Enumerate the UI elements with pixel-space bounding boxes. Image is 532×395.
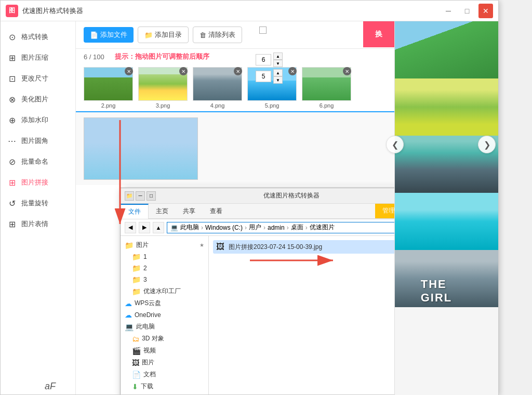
sidebar-item-label-format: 格式转换 [21,32,48,42]
tree-item-doc[interactable]: 📄 文档 [121,368,208,380]
rp-img-1 [395,21,498,78]
tree-item-watermark[interactable]: 📁 优速水印工厂 [121,285,208,297]
sidebar-item-rename[interactable]: ⊘ 批量命名 [1,151,75,172]
file-item-stitch[interactable]: 🖼 图片拼接2023-07-24 15-00-39.jpg [213,240,394,254]
sidebar-item-beautify[interactable]: ⊗ 美化图片 [1,89,75,110]
thumb-item-1: ✕ 2.png [84,67,133,109]
maximize-button[interactable]: □ [460,4,474,18]
sidebar-item-label-watermark: 添加水印 [21,115,48,125]
output-value-input[interactable] [256,54,271,65]
sidebar-item-resize[interactable]: ⊡ 更改尺寸 [1,68,75,89]
settings-checkbox-area [259,27,267,34]
thumb-close-2[interactable]: ✕ [179,67,188,75]
exp-up-button[interactable]: ▲ [153,222,164,233]
tree-item-wps[interactable]: ☁ WPS云盘 [121,297,208,309]
tree-item-2[interactable]: 📁 2 [121,262,208,274]
preview-nav-right[interactable]: ❯ [478,136,496,153]
watermark-icon: ⊕ [7,115,17,125]
right-preview-panel: ❮ ❯ THE GIRL [394,21,498,395]
preview-nav-left[interactable]: ❮ [386,136,404,153]
path-part-6: 优速图片 [310,223,335,232]
exp-folder-icon: 📁 [125,191,134,201]
clear-icon: 🗑 [200,31,206,39]
exp-ribbon: 文件 主页 共享 查看 管理 图片工具 [121,204,394,219]
preview-area [76,112,394,185]
tree-item-img[interactable]: 🖼 图片 [121,357,208,368]
exp-address-path: 💻 此电脑 › Windows (C:) › 用户 › admin › 桌面 ›… [167,222,394,233]
sidebar-item-format[interactable]: ⊙ 格式转换 [1,27,75,47]
sidebar-item-compress[interactable]: ⊞ 图片压缩 [1,47,75,68]
exp-title: 优速图片格式转换器 [159,191,394,200]
spinner2-up[interactable]: ▲ [273,69,283,76]
app-body: ⊙ 格式转换 ⊞ 图片压缩 ⊡ 更改尺寸 ⊗ 美化图片 ⊕ 添加水印 ⋯ 图片圆… [1,21,498,394]
stitch-icon: ⊞ [7,177,17,188]
convert-button[interactable]: 换 [363,21,394,47]
exp-manage-tab[interactable]: 管理 [375,204,394,218]
add-file-button[interactable]: 📄 添加文件 [84,27,134,43]
exp-titlebar: 📁 ─ □ 优速图片格式转换器 ✕ [121,188,394,204]
file-count: 6 / 100 [84,53,104,61]
sidebar-item-label-rename: 批量命名 [21,157,48,166]
exp-forward-button[interactable]: ▶ [139,222,150,233]
thumb-close-5[interactable]: ✕ [343,67,351,75]
exp-ribbon-tabs: 文件 主页 共享 查看 管理 图片工具 [121,204,394,219]
sidebar-item-label-rotate: 批量旋转 [21,199,48,208]
preview-images: THE GIRL [395,21,498,307]
app-icon: 图 [6,5,18,17]
sidebar-item-label-resize: 更改尺寸 [21,74,48,83]
sidebar-item-rotate[interactable]: ↺ 批量旋转 [1,193,75,214]
sidebar-item-emoji[interactable]: ⊞ 图片表情 [1,214,75,234]
sidebar-item-label-emoji: 图片表情 [21,219,48,229]
sidebar-item-label-stitch: 图片拼接 [21,178,48,187]
thumb-name-3: 4.png [210,102,225,109]
exp-min-icon[interactable]: ─ [136,191,145,201]
convert-label: 换 [375,30,382,39]
tree-item-onedrive[interactable]: ☁ OneDrive [121,309,208,321]
thumb-close-1[interactable]: ✕ [125,67,133,75]
main-content: 📄 添加文件 📁 添加目录 🗑 清除列表 输出 6 / 100 提示：拖动图片可… [76,21,394,394]
tree-item-1[interactable]: 📁 1 [121,251,208,262]
exp-max-icon[interactable]: □ [147,191,156,201]
sidebar-item-rounded[interactable]: ⋯ 图片圆角 [1,130,75,151]
preview-placeholder [84,117,198,180]
thumb-item-2: ✕ 3.png [138,67,188,109]
tree-item-this-pc[interactable]: 💻 此电脑 [121,321,208,333]
close-button[interactable]: ✕ [478,4,493,18]
rp-img-2 [395,78,498,136]
exp-tab-home[interactable]: 主页 [149,204,176,218]
sidebar-item-watermark[interactable]: ⊕ 添加水印 [1,110,75,130]
path-part-2: Windows (C:) [205,224,243,231]
thumb-close-4[interactable]: ✕ [288,67,297,75]
exp-tab-share[interactable]: 共享 [176,204,203,218]
exp-tab-file[interactable]: 文件 [121,204,149,219]
exp-titlebar-icons: 📁 ─ □ [125,191,156,201]
rotate-icon: ↺ [7,198,17,208]
af-label: aF [45,381,56,392]
resize-icon: ⊡ [7,73,17,84]
tree-item-download[interactable]: ⬇ 下载 [121,380,208,392]
exp-back-button[interactable]: ◀ [125,222,136,233]
minimize-button[interactable]: ─ [441,4,456,18]
thumb-close-3[interactable]: ✕ [234,67,242,75]
spinner-up[interactable]: ▲ [273,52,283,60]
thumbnail-strip: ✕ 2.png ✕ 3.png ✕ 4.png ✕ 5.png [76,64,394,112]
output-value2-input[interactable] [256,71,271,82]
clear-list-button[interactable]: 🗑 清除列表 [193,27,242,43]
path-part-5: 桌面 [291,223,303,232]
exp-addressbar: ◀ ▶ ▲ 💻 此电脑 › Windows (C:) › 用户 › admin … [121,219,394,236]
sidebar: ⊙ 格式转换 ⊞ 图片压缩 ⊡ 更改尺寸 ⊗ 美化图片 ⊕ 添加水印 ⋯ 图片圆… [1,21,76,394]
compress-icon: ⊞ [7,52,17,63]
add-dir-button[interactable]: 📁 添加目录 [138,27,189,43]
tree-item-video[interactable]: 🎬 视频 [121,345,208,357]
app-window: 图 优速图片格式转换器 ─ □ ✕ ⊙ 格式转换 ⊞ 图片压缩 ⊡ 更改尺寸 [0,0,499,395]
title-bar: 图 优速图片格式转换器 ─ □ ✕ [1,1,498,21]
tree-item-pictures[interactable]: 📁 图片 ★ [121,239,208,251]
spinner2-down[interactable]: ▼ [273,76,283,84]
exp-tab-view[interactable]: 查看 [203,204,230,218]
sidebar-item-stitch[interactable]: ⊞ 图片拼接 [1,172,75,193]
tree-item-3d[interactable]: 🗂 3D 对象 [121,333,208,345]
tree-item-3[interactable]: 📁 3 [121,274,208,285]
output-settings: ▲ ▼ ▲ ▼ [253,50,285,86]
sidebar-item-label-rounded: 图片圆角 [21,136,48,146]
spinner-down[interactable]: ▼ [273,60,283,67]
